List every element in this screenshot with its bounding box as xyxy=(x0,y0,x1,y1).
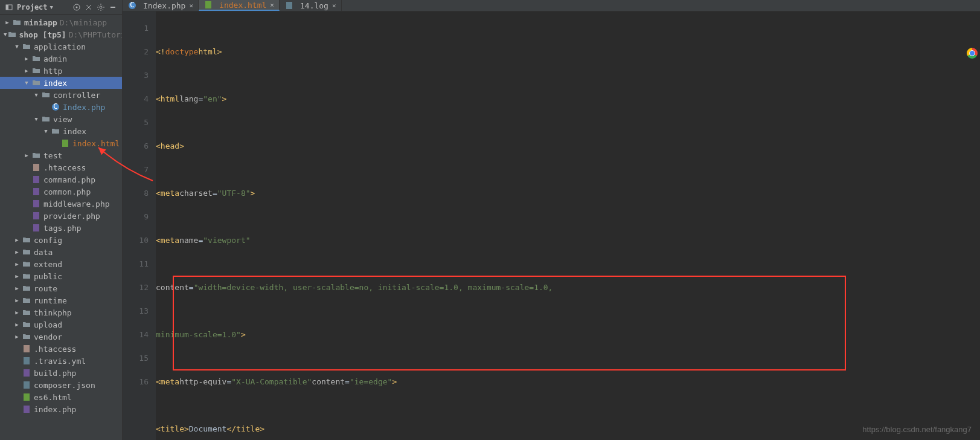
sidebar-title: Project xyxy=(17,3,48,11)
svg-rect-9 xyxy=(33,164,39,171)
file-common-php[interactable]: common.php xyxy=(0,186,122,198)
folder-public[interactable]: ▶public xyxy=(0,270,122,282)
folder-http[interactable]: ▶http xyxy=(0,65,122,77)
svg-rect-8 xyxy=(62,140,68,147)
project-root-miniapp[interactable]: ▶ miniapp D:\miniapp xyxy=(0,16,122,28)
tab-label: Index.php xyxy=(143,1,185,10)
folder-upload[interactable]: ▶upload xyxy=(0,319,122,331)
svg-text:C: C xyxy=(53,103,58,111)
tab-index-php[interactable]: C Index.php × xyxy=(123,0,199,11)
file-es6[interactable]: es6.html xyxy=(0,391,122,403)
svg-rect-11 xyxy=(33,188,39,195)
svg-rect-23 xyxy=(205,1,211,8)
file-build-php[interactable]: build.php xyxy=(0,367,122,379)
folder-admin[interactable]: ▶admin xyxy=(0,53,122,65)
project-panel-icon xyxy=(4,2,14,13)
svg-rect-18 xyxy=(24,381,30,389)
editor-tabs: C Index.php × index.html × 14.log × xyxy=(123,0,980,11)
settings-icon[interactable] xyxy=(95,2,106,13)
svg-rect-5 xyxy=(110,7,115,8)
locate-icon[interactable] xyxy=(71,2,82,13)
svg-rect-16 xyxy=(24,357,30,364)
svg-text:C: C xyxy=(130,1,135,9)
folder-config[interactable]: ▶config xyxy=(0,234,122,246)
file-root-htaccess[interactable]: .htaccess xyxy=(0,343,122,355)
svg-rect-10 xyxy=(33,176,39,183)
close-icon[interactable]: × xyxy=(189,2,193,10)
folder-index[interactable]: ▼index xyxy=(0,77,122,89)
chrome-icon xyxy=(967,48,978,59)
folder-runtime[interactable]: ▶runtime xyxy=(0,294,122,306)
file-provider-php[interactable]: provider.php xyxy=(0,210,122,222)
folder-application[interactable]: ▼application xyxy=(0,40,122,53)
folder-test[interactable]: ▶test xyxy=(0,149,122,161)
sidebar-header: Project ▼ xyxy=(0,0,122,15)
watermark: https://blog.csdn.net/fangkang7 xyxy=(862,425,972,434)
svg-rect-17 xyxy=(24,369,30,377)
folder-view-index[interactable]: ▼index xyxy=(0,125,122,137)
editor-pane: C Index.php × index.html × 14.log × 1 2 … xyxy=(123,0,980,440)
code-content[interactable]: <!doctype html> <html lang="en"> <head> … xyxy=(156,11,980,440)
code-editor[interactable]: 1 2 3 4 5 6 7 8 9 10 11 12 13 14 15 16 <… xyxy=(123,11,980,440)
svg-rect-15 xyxy=(24,345,30,352)
tab-14-log[interactable]: 14.log × xyxy=(280,0,342,11)
svg-rect-13 xyxy=(33,212,39,219)
svg-rect-24 xyxy=(286,2,292,9)
folder-extend[interactable]: ▶extend xyxy=(0,258,122,270)
folder-thinkphp[interactable]: ▶thinkphp xyxy=(0,306,122,319)
svg-rect-19 xyxy=(24,393,30,401)
close-icon[interactable]: × xyxy=(332,2,336,10)
hide-icon[interactable] xyxy=(107,2,118,13)
tab-index-html[interactable]: index.html × xyxy=(199,0,280,11)
tab-label: index.html xyxy=(219,1,266,10)
folder-controller[interactable]: ▼controller xyxy=(0,89,122,101)
project-tree: ▶ miniapp D:\miniapp ▼ shop [tp5] D:\PHP… xyxy=(0,15,122,440)
file-composer[interactable]: composer.json xyxy=(0,379,122,391)
file-index-php[interactable]: CIndex.php xyxy=(0,101,122,113)
file-command-php[interactable]: command.php xyxy=(0,173,122,186)
file-middleware-php[interactable]: middleware.php xyxy=(0,198,122,210)
close-icon[interactable]: × xyxy=(270,1,274,9)
file-travis[interactable]: .travis.yml xyxy=(0,355,122,367)
svg-rect-12 xyxy=(33,200,39,207)
folder-route[interactable]: ▶route xyxy=(0,282,122,294)
svg-rect-1 xyxy=(6,5,8,10)
tab-label: 14.log xyxy=(300,1,328,10)
dropdown-icon[interactable]: ▼ xyxy=(50,4,53,10)
svg-rect-20 xyxy=(24,406,30,413)
expand-icon[interactable] xyxy=(83,2,94,13)
file-htaccess[interactable]: .htaccess xyxy=(0,161,122,173)
line-gutter: 1 2 3 4 5 6 7 8 9 10 11 12 13 14 15 16 xyxy=(123,11,156,440)
file-root-index-php[interactable]: index.php xyxy=(0,403,122,415)
file-index-html[interactable]: index.html xyxy=(0,137,122,149)
svg-rect-14 xyxy=(33,224,39,231)
project-root-shop[interactable]: ▼ shop [tp5] D:\PHPTutorial\W xyxy=(0,28,122,40)
project-sidebar: Project ▼ ▶ miniapp D:\miniapp ▼ shop [t… xyxy=(0,0,123,440)
folder-data[interactable]: ▶data xyxy=(0,246,122,258)
folder-vendor[interactable]: ▶vendor xyxy=(0,331,122,343)
folder-view[interactable]: ▼view xyxy=(0,113,122,125)
file-tags-php[interactable]: tags.php xyxy=(0,222,122,234)
svg-point-3 xyxy=(76,7,78,8)
svg-point-4 xyxy=(100,6,102,8)
